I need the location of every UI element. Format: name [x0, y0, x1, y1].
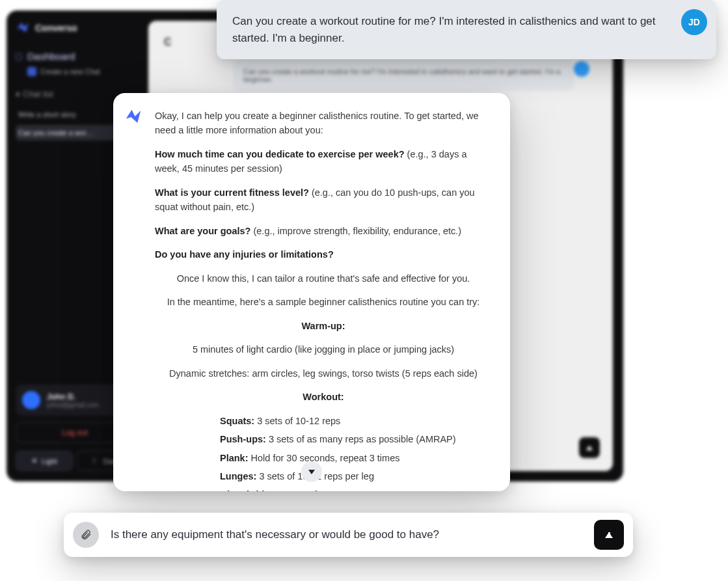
chevron-left-icon [16, 92, 19, 97]
workout-heading: Workout: [155, 390, 492, 404]
bg-user-message: Can you create a workout routine for me?… [233, 60, 574, 91]
brand-name: Converso [35, 23, 77, 33]
warmup-heading: Warm-up: [155, 319, 492, 333]
workout-list: Squats: 3 sets of 10-12 reps Push-ups: 3… [155, 414, 492, 491]
send-button[interactable] [594, 520, 624, 550]
workout-item: Plank: Hold for 30 seconds, repeat 3 tim… [220, 451, 492, 465]
sun-icon: ☀ [31, 457, 38, 465]
ai-q1: How much time can you dedicate to exerci… [155, 147, 492, 176]
user-avatar: JD [681, 9, 707, 35]
ai-q3: What are your goals? (e.g., improve stre… [155, 224, 492, 238]
ai-logo-icon [124, 107, 143, 127]
workout-item: Lunges: 3 sets of 10-12 reps per leg [220, 469, 492, 483]
ai-tailor: Once I know this, I can tailor a routine… [155, 271, 492, 286]
workout-item: Push-ups: 3 sets of as many reps as poss… [220, 432, 492, 446]
ai-q4: Do you have any injuries or limitations? [155, 247, 492, 262]
ai-intro: Okay, I can help you create a beginner c… [155, 109, 492, 138]
brand: Converso [16, 21, 134, 35]
warmup-line-2: Dynamic stretches: arm circles, leg swin… [155, 366, 492, 381]
dashboard-icon [16, 53, 22, 60]
avatar [22, 391, 40, 409]
sidebar-dashboard[interactable]: Dashboard [16, 51, 134, 62]
theme-light-button[interactable]: ☀ Light [16, 451, 73, 471]
arrow-down-icon [308, 470, 315, 474]
warmup-line-1: 5 minutes of light cardio (like jogging … [155, 342, 492, 357]
user-message-bubble: Can you create a workout routine for me?… [217, 0, 716, 59]
user-message-text: Can you create a workout routine for me?… [232, 15, 656, 44]
workout-item: Glute bridge: 3 sets of 10 eps [220, 487, 492, 491]
scroll-top-button[interactable] [579, 437, 600, 458]
moon-icon: ☾ [92, 457, 99, 465]
bg-user-avatar [574, 61, 589, 77]
user-email: johnd@gmail.com [47, 401, 99, 409]
message-input[interactable] [111, 528, 582, 541]
brand-logo-icon [16, 21, 30, 35]
new-chat-icon [27, 67, 36, 76]
sidebar-create-chat[interactable]: Create a new Chat [16, 67, 134, 76]
ai-q2: What is your current fitness level? (e.g… [155, 185, 492, 215]
message-input-bar [64, 513, 633, 557]
attach-button[interactable] [73, 522, 99, 548]
ai-meantime: In the meantime, here's a sample beginne… [155, 295, 492, 309]
arrow-up-icon [586, 446, 593, 450]
user-name: John D. [47, 392, 99, 401]
scroll-down-button[interactable] [301, 461, 322, 482]
paperclip-icon [80, 529, 92, 541]
arrow-up-icon [605, 532, 613, 538]
workout-item: Squats: 3 sets of 10-12 reps [220, 414, 492, 428]
ai-response-card: Okay, I can help you create a beginner c… [113, 93, 510, 491]
